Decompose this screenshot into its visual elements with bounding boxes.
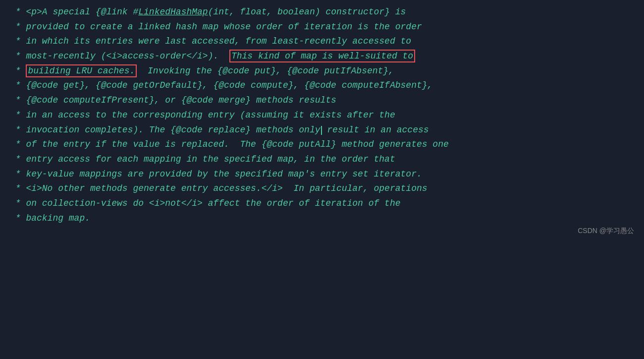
line-4-text: * most-recently (<i>access-order</i>). T…: [10, 49, 415, 64]
code-line-14: * on collection-views do <i>not</i> affe…: [10, 196, 634, 211]
code-line-13: * <i>No other methods generate entry acc…: [10, 181, 634, 196]
code-line-8: * in an access to the corresponding entr…: [10, 108, 634, 123]
code-line-3: * in which its entries were last accesse…: [10, 34, 634, 49]
code-line-1: * <p>A special {@link #LinkedHashMap(int…: [10, 5, 634, 20]
line-1-text: * <p>A special {@link #LinkedHashMap(int…: [10, 5, 406, 20]
code-line-9: * invocation completes). The {@code repl…: [10, 123, 634, 138]
code-line-11: * entry access for each mapping in the s…: [10, 152, 634, 167]
line-13-text: * <i>No other methods generate entry acc…: [10, 181, 428, 196]
code-line-7: * {@code computeIfPresent}, or {@code me…: [10, 93, 634, 108]
code-line-4: * most-recently (<i>access-order</i>). T…: [10, 49, 634, 64]
code-line-10: * of the entry if the value is replaced.…: [10, 137, 634, 152]
line-11-text: * entry access for each mapping in the s…: [10, 152, 395, 167]
watermark: CSDN @学习愚公: [578, 225, 634, 237]
code-line-6: * {@code get}, {@code getOrDefault}, {@c…: [10, 78, 634, 93]
line-15-text: * backing map.: [10, 211, 90, 226]
line-14-text: * on collection-views do <i>not</i> affe…: [10, 196, 401, 211]
line-2-text: * provided to create a linked hash map w…: [10, 20, 422, 35]
line-6-text: * {@code get}, {@code getOrDefault}, {@c…: [10, 78, 432, 93]
line-7-text: * {@code computeIfPresent}, or {@code me…: [10, 93, 336, 108]
line-9-text: * invocation completes). The {@code repl…: [10, 123, 429, 138]
line-8-text: * in an access to the corresponding entr…: [10, 108, 395, 123]
text-cursor: [321, 126, 322, 135]
line-3-text: * in which its entries were last accesse…: [10, 34, 411, 49]
code-container: * <p>A special {@link #LinkedHashMap(int…: [0, 0, 644, 240]
line-5-text: * building LRU caches. Invoking the {@co…: [10, 64, 394, 79]
line-12-text: * key-value mappings are provided by the…: [10, 167, 422, 182]
line-10-text: * of the entry if the value is replaced.…: [10, 137, 449, 152]
code-line-12: * key-value mappings are provided by the…: [10, 167, 634, 182]
code-line-15: * backing map.: [10, 211, 634, 226]
code-line-5: * building LRU caches. Invoking the {@co…: [10, 64, 634, 79]
code-line-2: * provided to create a linked hash map w…: [10, 20, 634, 35]
